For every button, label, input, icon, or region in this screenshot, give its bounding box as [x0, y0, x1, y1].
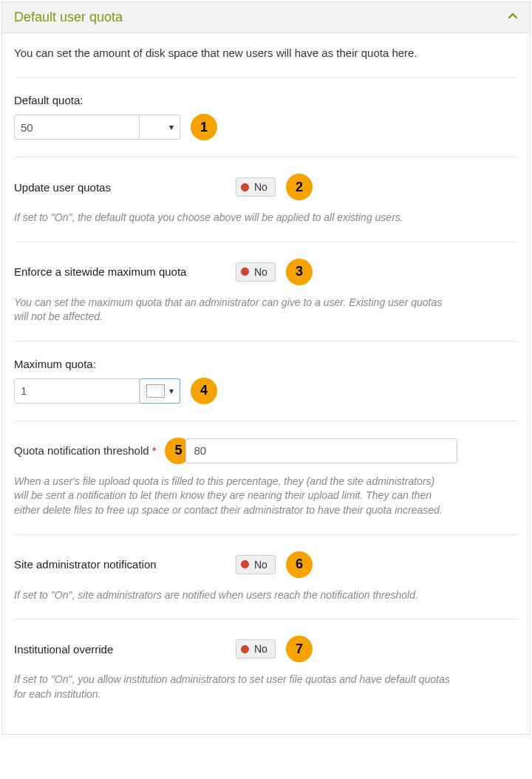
panel-title: Default user quota [14, 10, 123, 25]
enforce-max-toggle[interactable]: No [236, 262, 276, 282]
select-focus-indicator [146, 384, 165, 398]
admin-notif-label: Site administrator notification [14, 558, 236, 571]
max-quota-unit-select[interactable]: ▾ [140, 378, 180, 404]
default-quota-label: Default quota: [14, 94, 518, 106]
update-quotas-help: If set to "On", the default quota you ch… [14, 211, 450, 225]
threshold-help: When a user's file upload quota is fille… [14, 474, 450, 518]
panel-header[interactable]: Default user quota [2, 2, 530, 33]
intro-text: You can set the amount of disk space tha… [14, 47, 518, 59]
update-quotas-toggle[interactable]: No [236, 177, 276, 197]
callout-badge-2: 2 [286, 174, 313, 200]
update-quotas-label: Update user quotas [14, 181, 236, 194]
inst-override-section: Institutional override No 7 If set to "O… [14, 619, 518, 718]
enforce-max-section: Enforce a sitewide maximum quota No 3 Yo… [14, 242, 518, 341]
admin-notif-help: If set to "On", site administrators are … [14, 588, 450, 603]
threshold-label: Quota notification threshold [14, 444, 149, 457]
panel-body: You can set the amount of disk space tha… [2, 33, 530, 734]
admin-notif-toggle[interactable]: No [236, 555, 276, 574]
toggle-text: No [254, 559, 267, 571]
threshold-section: Quota notification threshold * 5 When a … [14, 421, 518, 534]
inst-override-label: Institutional override [14, 643, 236, 656]
toggle-text: No [254, 266, 267, 278]
max-quota-label: Maximum quota: [14, 358, 518, 370]
callout-badge-7: 7 [286, 636, 313, 662]
inst-override-toggle[interactable]: No [236, 639, 276, 659]
default-quota-unit-select[interactable]: ▾ [140, 115, 180, 140]
default-quota-section: Default quota: ▾ 1 [14, 78, 518, 157]
toggle-off-icon [241, 268, 249, 276]
toggle-text: No [254, 181, 267, 193]
enforce-max-label: Enforce a sitewide maximum quota [14, 265, 236, 278]
callout-badge-4: 4 [191, 378, 217, 404]
toggle-off-icon [241, 183, 249, 191]
toggle-text: No [254, 643, 267, 655]
toggle-off-icon [241, 560, 249, 568]
chevron-up-icon[interactable] [508, 11, 518, 24]
enforce-max-help: You can set the maximum quota that an ad… [14, 296, 450, 324]
max-quota-section: Maximum quota: ▾ 4 [14, 341, 518, 421]
inst-override-help: If set to "On", you allow institution ad… [14, 673, 450, 701]
callout-badge-3: 3 [286, 259, 313, 285]
callout-badge-1: 1 [191, 114, 217, 140]
update-quotas-section: Update user quotas No 2 If set to "On", … [14, 157, 518, 242]
default-quota-input[interactable] [14, 115, 140, 140]
toggle-off-icon [241, 645, 249, 653]
default-user-quota-panel: Default user quota You can set the amoun… [1, 1, 531, 735]
threshold-input[interactable] [185, 438, 457, 463]
admin-notif-section: Site administrator notification No 6 If … [14, 535, 518, 619]
callout-badge-6: 6 [286, 551, 313, 578]
required-asterisk: * [152, 444, 157, 457]
max-quota-input[interactable] [14, 378, 140, 404]
